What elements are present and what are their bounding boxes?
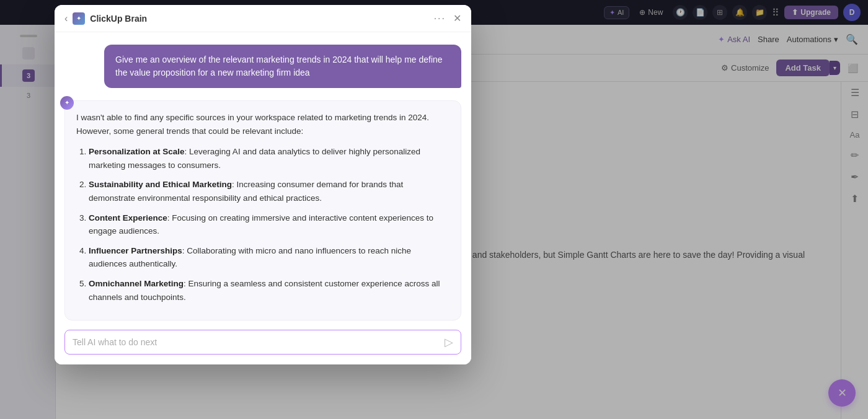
modal-input-area: ▷ [55, 322, 471, 364]
trend-1-title: Personalization at Scale [89, 147, 185, 156]
chat-messages: Give me an overview of the relevant mark… [55, 32, 471, 322]
ai-chat-modal: ‹ ✦ ClickUp Brain ··· ✕ Give me an overv… [55, 5, 471, 364]
close-modal-button[interactable]: ✕ [453, 12, 461, 24]
trend-item-5: Omnichannel Marketing: Ensuring a seamle… [89, 277, 450, 304]
send-icon: ▷ [445, 335, 453, 349]
ai-response: ✦ I wasn't able to find any specific sou… [64, 100, 461, 320]
send-button[interactable]: ▷ [445, 335, 453, 349]
ai-logo: ✦ [73, 12, 85, 25]
trend-5-title: Omnichannel Marketing [89, 279, 184, 288]
modal-header-left: ‹ ✦ ClickUp Brain [64, 12, 147, 25]
trend-item-3: Content Experience: Focusing on creating… [89, 211, 450, 238]
trend-item-1: Personalization at Scale: Leveraging AI … [89, 145, 450, 172]
back-button[interactable]: ‹ [64, 13, 68, 24]
trend-3-title: Content Experience [89, 213, 167, 223]
trend-2-title: Sustainability and Ethical Marketing [89, 180, 232, 189]
ai-response-icon: ✦ [60, 96, 74, 110]
trend-item-2: Sustainability and Ethical Marketing: In… [89, 178, 450, 205]
input-wrapper: ▷ [64, 330, 461, 355]
more-options-button[interactable]: ··· [434, 13, 446, 24]
ai-text-input[interactable] [73, 337, 440, 347]
modal-header-right: ··· ✕ [434, 12, 461, 24]
trend-item-4: Influencer Partnerships: Collaborating w… [89, 244, 450, 271]
ai-intro-text: I wasn't able to find any specific sourc… [76, 111, 450, 138]
trends-list: Personalization at Scale: Leveraging AI … [76, 145, 450, 304]
user-message: Give me an overview of the relevant mark… [104, 45, 461, 88]
modal-header: ‹ ✦ ClickUp Brain ··· ✕ [55, 5, 471, 32]
trend-4-title: Influencer Partnerships [89, 246, 182, 255]
modal-title: ClickUp Brain [90, 14, 147, 24]
